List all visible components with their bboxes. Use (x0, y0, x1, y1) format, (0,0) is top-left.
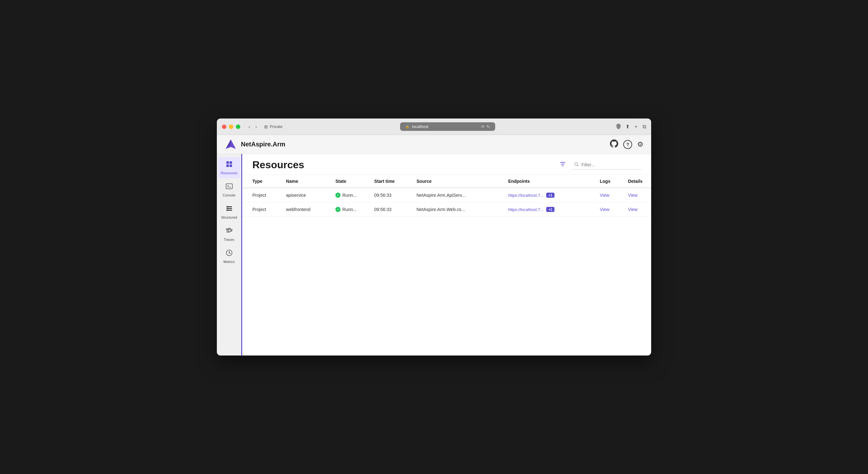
svg-rect-3 (229, 161, 232, 164)
new-tab-icon[interactable]: + (635, 124, 638, 130)
metrics-icon (225, 249, 233, 258)
row2-details-link[interactable]: View (628, 207, 638, 212)
tabs-icon[interactable]: ⧉ (643, 124, 646, 130)
structured-icon (225, 205, 233, 214)
page-header: Resources (242, 154, 651, 175)
row1-state-text: Runn... (342, 193, 356, 198)
console-icon (225, 183, 233, 192)
svg-rect-4 (226, 164, 229, 167)
row1-plus-badge[interactable]: +1 (546, 193, 555, 198)
toolbar-icons (615, 123, 622, 130)
col-header-type: Type (242, 175, 281, 188)
table-row: Project apiservice Runn... 09:56:33 Net (242, 188, 651, 202)
sidebar-item-structured[interactable]: Structured (218, 201, 240, 222)
row1-endpoint-link[interactable]: https://localhost:7... (508, 193, 544, 198)
svg-rect-5 (229, 164, 232, 167)
app-title: NetAspire.Arm (241, 141, 285, 148)
help-icon[interactable]: ? (623, 140, 632, 149)
minimize-button[interactable] (229, 125, 233, 129)
table-row: Project webfrontend Runn... 09:56:33 Ne (242, 202, 651, 217)
browser-window: ‹ › ⊞ Private 🔒 localhost ⟳ ↻ (217, 119, 651, 355)
row2-state: Runn... (330, 202, 369, 217)
sidebar: Resources Console (217, 154, 242, 355)
sidebar-item-console[interactable]: Console (218, 179, 240, 200)
row2-details: View (623, 202, 651, 217)
row1-starttime: 09:56:33 (369, 188, 411, 202)
row1-state-badge: Runn... (335, 193, 364, 198)
sidebar-label-console: Console (222, 193, 235, 197)
table-header-row: Type Name State Start time Source Endpoi… (242, 175, 651, 188)
app-container: NetAspire.Arm ? ⚙ (217, 135, 651, 355)
resources-icon (225, 160, 233, 170)
sidebar-item-resources[interactable]: Resources (218, 157, 240, 178)
browser-actions: ⬆ + ⧉ (625, 124, 646, 130)
address-bar[interactable]: 🔒 localhost ⟳ ↻ (400, 122, 495, 131)
row2-type: Project (242, 202, 281, 217)
tab-label: Private (270, 124, 282, 129)
app-logo: NetAspire.Arm (224, 138, 285, 151)
row1-endpoint-container: https://localhost:7... +1 (508, 193, 590, 198)
github-icon[interactable] (610, 139, 618, 150)
header-actions: ? ⚙ (610, 139, 644, 150)
row1-details-link[interactable]: View (628, 193, 638, 198)
row2-logs-link[interactable]: View (600, 207, 609, 212)
nav-buttons: ‹ › (247, 123, 259, 131)
title-bar: ‹ › ⊞ Private 🔒 localhost ⟳ ↻ (217, 119, 651, 135)
row1-logs: View (595, 188, 623, 202)
col-header-logs: Logs (595, 175, 623, 188)
lock-icon: 🔒 (405, 125, 410, 129)
svg-rect-8 (226, 208, 232, 209)
row1-details: View (623, 188, 651, 202)
search-icon (574, 162, 579, 168)
content-area: Resources (242, 154, 651, 355)
share-icon[interactable]: ⬆ (625, 124, 629, 130)
reload-icon[interactable]: ↻ (487, 124, 490, 129)
sidebar-label-metrics: Metrics (223, 260, 235, 264)
app-logo-icon (224, 138, 237, 151)
reader-icon: ⟳ (481, 124, 485, 129)
main-layout: Resources Console (217, 154, 651, 355)
row2-state-text: Runn... (342, 207, 356, 212)
url-text: localhost (412, 124, 428, 129)
sidebar-label-structured: Structured (221, 216, 237, 219)
row2-starttime: 09:56:33 (369, 202, 411, 217)
close-button[interactable] (222, 125, 226, 129)
col-header-starttime: Start time (369, 175, 411, 188)
row2-state-dot (335, 207, 340, 212)
row1-state-dot (335, 193, 340, 198)
sidebar-label-traces: Traces (224, 238, 234, 242)
sidebar-item-traces[interactable]: Traces (218, 224, 240, 245)
row2-state-badge: Runn... (335, 207, 364, 212)
row2-name: webfrontend (281, 202, 330, 217)
col-header-endpoints: Endpoints (503, 175, 595, 188)
page-title: Resources (252, 159, 304, 171)
row1-state: Runn... (330, 188, 369, 202)
table: Type Name State Start time Source Endpoi… (242, 175, 651, 217)
traffic-lights (222, 125, 240, 129)
row2-endpoints: https://localhost:7... +1 (503, 202, 595, 217)
filter-button[interactable] (558, 159, 567, 170)
sidebar-item-metrics[interactable]: Metrics (218, 246, 240, 267)
search-box (571, 160, 641, 169)
app-header: NetAspire.Arm ? ⚙ (217, 135, 651, 154)
row1-source: NetAspire.Arm.ApiServ... (411, 188, 503, 202)
row2-endpoint-link[interactable]: https://localhost:7... (508, 207, 544, 212)
row1-logs-link[interactable]: View (600, 193, 609, 198)
col-header-state: State (330, 175, 369, 188)
filter-input[interactable] (581, 162, 639, 167)
col-header-source: Source (411, 175, 503, 188)
sidebar-label-resources: Resources (221, 171, 238, 175)
svg-rect-2 (226, 161, 229, 164)
tab-icon: ⊞ (264, 124, 268, 129)
col-header-details: Details (623, 175, 651, 188)
maximize-button[interactable] (236, 125, 240, 129)
row2-endpoint-container: https://localhost:7... +1 (508, 207, 590, 212)
page-actions (558, 159, 641, 170)
row1-type: Project (242, 188, 281, 202)
address-bar-container: 🔒 localhost ⟳ ↻ (286, 122, 609, 131)
row1-name: apiservice (281, 188, 330, 202)
forward-button[interactable]: › (253, 123, 259, 131)
back-button[interactable]: ‹ (247, 123, 252, 131)
row2-plus-badge[interactable]: +1 (546, 207, 555, 212)
settings-icon[interactable]: ⚙ (637, 140, 644, 149)
